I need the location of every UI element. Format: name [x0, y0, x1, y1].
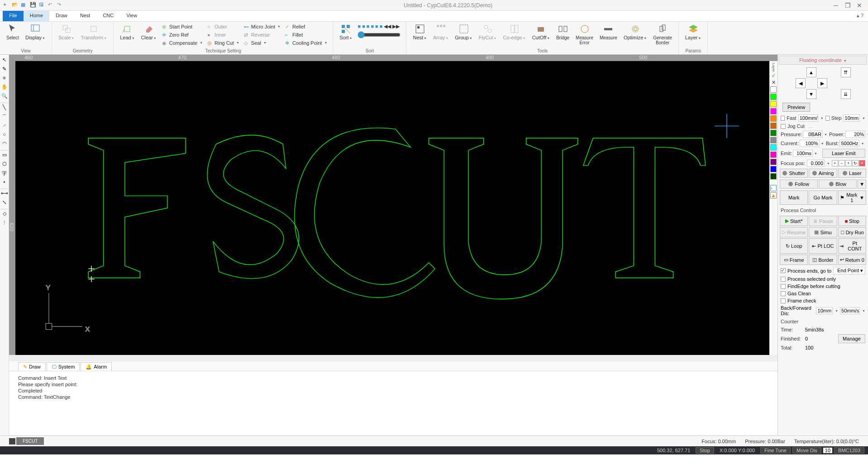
layer-swatch-0[interactable]	[770, 94, 777, 100]
process-selected-checkbox[interactable]	[781, 277, 786, 282]
coedge-button[interactable]: Co-edge▼	[500, 23, 528, 42]
generate-border-button[interactable]: Generate Border	[650, 23, 675, 46]
mark-select[interactable]: ⚑ Mark 1▼	[838, 190, 866, 205]
z-up-button[interactable]: ⇈	[841, 67, 851, 77]
bridge-button[interactable]: Bridge	[553, 23, 572, 41]
pause-button[interactable]: ⏸Pause	[809, 216, 837, 226]
ptcont-button[interactable]: ⇥Pt CONT	[838, 238, 866, 254]
save-icon[interactable]: 💾	[30, 2, 37, 9]
pointer-tool[interactable]: ↖	[0, 57, 9, 65]
power-input[interactable]: 20%	[845, 131, 865, 138]
log-tab-draw[interactable]: ✎Draw	[18, 362, 46, 371]
forward-icon[interactable]: ▶▶	[392, 24, 400, 29]
seal-button[interactable]: ◇Seal▼	[242, 39, 282, 47]
dim-v-tool[interactable]: ⤡	[0, 199, 9, 208]
fast-input[interactable]: 100mm/	[798, 114, 818, 122]
layer-swatch-10[interactable]	[770, 166, 777, 172]
jog-up[interactable]: ▲	[806, 67, 816, 77]
emit-input[interactable]: 100ms	[793, 150, 813, 157]
frame-check-checkbox[interactable]	[781, 298, 786, 303]
scale-button[interactable]: Scale▼	[56, 23, 77, 42]
endpoint-select[interactable]: End Point ▾	[833, 267, 865, 274]
dim-h-tool[interactable]: ⟷	[0, 190, 9, 199]
menu-options[interactable]: ▴ ?	[852, 11, 868, 21]
measure-button[interactable]: Measure	[597, 23, 620, 41]
measure-error-button[interactable]: Measure Error	[573, 23, 596, 46]
go-mark-button[interactable]: Go Mark	[809, 190, 837, 205]
layer-swatch-7[interactable]	[770, 144, 777, 151]
menu-nest[interactable]: Nest	[74, 11, 97, 21]
inner-button[interactable]: ●Inner	[205, 31, 241, 38]
rect-tool[interactable]: ▭	[0, 152, 9, 160]
order-tool[interactable]: ≡	[0, 75, 9, 83]
minimize-button[interactable]: ─	[832, 1, 840, 9]
arc-tool[interactable]: ⌒	[0, 113, 9, 122]
focus-plus[interactable]: +	[832, 160, 838, 166]
follow-toggle[interactable]: Follow	[780, 180, 818, 189]
focus-plus2[interactable]: +	[845, 160, 852, 166]
laser-emit-button[interactable]: Laser Emit	[822, 149, 866, 158]
return0-button[interactable]: ↩Return 0	[838, 255, 866, 265]
dryrun-button[interactable]: ◻Dry Run	[838, 227, 866, 237]
focus-minus[interactable]: −	[839, 160, 845, 166]
layer-swatch-11[interactable]	[770, 173, 777, 180]
layer-swatch-8[interactable]	[770, 151, 777, 158]
current-input[interactable]: 100%	[800, 140, 820, 147]
resume-button[interactable]: ▷Resume	[780, 227, 808, 237]
blow-dropdown[interactable]: ▼	[858, 180, 866, 189]
layer-swatch-9[interactable]	[770, 159, 777, 165]
sb-move-dis[interactable]: Move Dis	[792, 447, 821, 454]
snap-tool[interactable]: ◇	[0, 211, 9, 219]
layer-x-icon[interactable]: ✕	[772, 80, 776, 85]
step-input[interactable]: 10mm	[843, 114, 860, 122]
ring-cut-button[interactable]: ◎Ring Cut▼	[205, 39, 241, 47]
sort-slider[interactable]	[358, 31, 401, 38]
jog-right[interactable]: ▶	[817, 78, 827, 88]
compensate-button[interactable]: ◉Compensate▼	[160, 39, 205, 47]
cooling-point-button[interactable]: ❄Cooling Point▼	[283, 39, 329, 47]
new-icon[interactable]: ✦	[3, 2, 10, 9]
group-button[interactable]: Group▼	[452, 23, 475, 42]
sort-button[interactable]: Sort▼	[337, 23, 355, 42]
zoom-tool[interactable]: 🔍	[0, 93, 9, 101]
rewind-icon[interactable]: ◀◀	[384, 24, 391, 29]
optimize-button[interactable]: Optimize▼	[621, 23, 649, 42]
menu-view[interactable]: View	[120, 11, 143, 21]
menu-cnc[interactable]: CNC	[96, 11, 120, 21]
fast-checkbox[interactable]	[781, 116, 785, 121]
layer-swatch-4[interactable]	[770, 123, 777, 129]
close-button[interactable]: ✕	[855, 1, 863, 9]
ptloc-button[interactable]: ⇤Pt LOC	[809, 238, 837, 254]
reverse-button[interactable]: ⇄Reverse	[242, 31, 282, 38]
nest-button[interactable]: Nest▼	[410, 23, 429, 42]
line-tool[interactable]: ╲	[0, 104, 9, 113]
extra-tool[interactable]: ⋮	[0, 220, 9, 228]
log-tab-alarm[interactable]: 🔔Alarm	[81, 362, 112, 371]
bf-speed-input[interactable]: 50mm/s	[840, 307, 860, 314]
aiming-toggle[interactable]: Aiming	[809, 169, 837, 178]
text-tool[interactable]: 字	[0, 170, 9, 178]
sort-nav-icons[interactable]: ■■■■■■ ◀◀ ▶▶	[358, 24, 401, 29]
saveall-icon[interactable]: 🖫	[39, 2, 46, 9]
findedge-checkbox[interactable]	[781, 284, 786, 289]
doc-tab-fscut[interactable]: FSCUT	[16, 437, 44, 445]
step-checkbox[interactable]	[825, 116, 830, 121]
transform-button[interactable]: Transform▼	[78, 23, 110, 42]
polygon-tool[interactable]: ⬡	[0, 161, 9, 169]
layer-swatch-ext1[interactable]: ◦	[770, 185, 777, 191]
shutter-toggle[interactable]: Shutter	[780, 169, 808, 178]
arc3-tool[interactable]: ◠	[0, 141, 9, 149]
gas-clean-checkbox[interactable]	[781, 291, 786, 296]
redo-icon[interactable]: ↷	[57, 2, 64, 9]
lead-button[interactable]: Lead▼	[117, 23, 137, 42]
sort-first-icon[interactable]: ■	[358, 24, 361, 29]
preview-button[interactable]: Preview	[782, 103, 810, 112]
manage-button[interactable]: Manage	[838, 334, 865, 343]
grid-icon[interactable]: ▦	[21, 2, 28, 9]
jog-down[interactable]: ▼	[806, 89, 816, 99]
outer-button[interactable]: ○Outer	[205, 23, 241, 30]
menu-file[interactable]: File	[3, 11, 24, 21]
layer-swatch-bg[interactable]	[770, 86, 777, 93]
layer-button[interactable]: Layer▼	[682, 23, 704, 42]
pressure-input[interactable]: 0BAR	[803, 131, 823, 138]
